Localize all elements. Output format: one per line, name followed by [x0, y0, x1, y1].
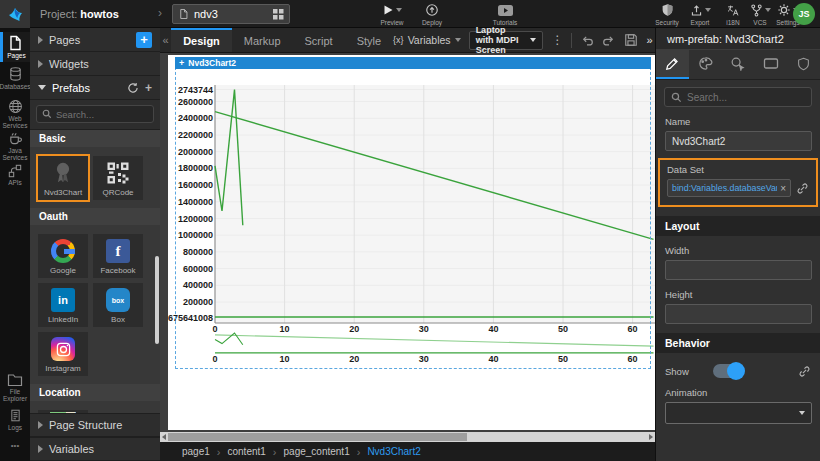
accordion-pages[interactable]: Pages +: [30, 28, 160, 52]
collapse-left-panel-button[interactable]: «: [160, 28, 171, 52]
collapse-right-panel-button[interactable]: »: [646, 34, 653, 46]
crumb-page-content1[interactable]: page_content1: [284, 446, 350, 457]
scroll-right-arrow[interactable]: [649, 434, 653, 440]
rail-more-button[interactable]: •••: [0, 441, 30, 450]
animation-select[interactable]: [665, 402, 812, 424]
name-input[interactable]: [665, 131, 812, 151]
prefab-linkedin[interactable]: in LinkedIn: [38, 283, 88, 327]
prefab-search-input[interactable]: [56, 109, 148, 120]
palette-icon: [698, 56, 713, 71]
deploy-button[interactable]: Deploy: [410, 3, 454, 26]
svg-text:2400000: 2400000: [178, 113, 213, 123]
user-avatar[interactable]: JS: [793, 3, 815, 25]
database-icon: [8, 66, 23, 82]
tab-events[interactable]: [722, 50, 755, 79]
inspector-tabs: [656, 50, 820, 80]
scrollbar-thumb[interactable]: [168, 433, 467, 441]
width-input[interactable]: [665, 260, 812, 280]
pencil-icon: [665, 57, 679, 71]
svg-text:1800000: 1800000: [178, 163, 213, 173]
undo-button[interactable]: [580, 34, 594, 47]
shield-outline-icon: [797, 57, 810, 71]
svg-text:2743744: 2743744: [178, 85, 213, 95]
bind-link-icon[interactable]: [798, 365, 811, 378]
open-page-tab[interactable]: ndv3: [172, 4, 290, 24]
accordion-variables[interactable]: Variables: [30, 437, 160, 461]
svg-text:600000: 600000: [183, 264, 213, 274]
horizontal-scrollbar[interactable]: [160, 432, 655, 442]
api-icon: [8, 164, 22, 178]
rail-item-file-explorer[interactable]: File Explorer: [0, 373, 30, 403]
tab-device[interactable]: [754, 50, 787, 79]
linkedin-logo-icon: in: [51, 288, 75, 312]
award-icon: [52, 161, 74, 185]
variables-button[interactable]: {x} Variables: [393, 34, 461, 46]
chevron-right-icon: [38, 60, 43, 68]
crumb-nvd3chart2[interactable]: Nvd3Chart2: [367, 446, 420, 457]
prefab-google[interactable]: Google: [38, 234, 88, 278]
widget-title: Nvd3Chart2: [188, 58, 236, 68]
svg-text:10: 10: [280, 324, 290, 334]
rail-item-logs[interactable]: Logs: [0, 408, 30, 431]
prefab-nvd3chart[interactable]: Nvd3Chart: [38, 156, 88, 200]
accordion-prefabs[interactable]: Prefabs +: [30, 76, 160, 100]
tab-styles[interactable]: [689, 50, 722, 79]
left-panel-scrollbar[interactable]: [155, 256, 159, 344]
preview-button[interactable]: Preview: [370, 3, 414, 26]
import-prefab-button[interactable]: +: [145, 81, 152, 95]
tab-script[interactable]: Script: [293, 28, 345, 52]
save-button[interactable]: [624, 33, 638, 47]
dataset-input[interactable]: bind:Variables.databaseVariable1.dataS ×: [667, 179, 791, 197]
rail-item-pages[interactable]: Pages: [0, 32, 30, 62]
height-input[interactable]: [665, 304, 812, 324]
app-logo[interactable]: [0, 0, 30, 28]
caret-down-icon: [396, 8, 402, 12]
refresh-icon[interactable]: [127, 82, 139, 94]
property-search: [664, 87, 812, 107]
design-canvas[interactable]: 2743744260000024000002200000200000018000…: [168, 55, 655, 430]
caret-down-icon: [455, 38, 461, 42]
more-options-button[interactable]: ⋮: [551, 33, 563, 47]
tutorials-button[interactable]: Tutorials: [483, 3, 527, 26]
scroll-left-arrow[interactable]: [162, 434, 166, 440]
play-icon: [382, 4, 394, 16]
crumb-page1[interactable]: page1: [182, 446, 210, 457]
property-search-input[interactable]: [687, 92, 805, 103]
dataset-label: Data Set: [667, 164, 809, 175]
add-page-button[interactable]: +: [136, 32, 152, 48]
animation-label: Animation: [665, 387, 811, 398]
prefab-instagram[interactable]: Instagram: [38, 332, 88, 376]
search-pointer-icon: [730, 56, 745, 71]
bind-link-icon[interactable]: [796, 182, 809, 195]
widget-header[interactable]: + Nvd3Chart2: [175, 57, 651, 69]
prefab-facebook[interactable]: f Facebook: [93, 234, 143, 278]
device-icon: [763, 57, 779, 70]
svg-text:200000: 200000: [183, 297, 213, 307]
device-selector[interactable]: Laptop with MDPI Screen: [469, 31, 544, 50]
export-icon: [690, 4, 703, 17]
prefab-qrcode[interactable]: QRCode: [93, 156, 143, 200]
tab-markup[interactable]: Markup: [232, 28, 293, 52]
crumb-content1[interactable]: content1: [227, 446, 265, 457]
tab-security[interactable]: [787, 50, 820, 79]
rail-item-java-services[interactable]: Java Services: [0, 131, 30, 162]
widget-breadcrumb: page1 › content1 › page_content1 › Nvd3C…: [160, 442, 655, 461]
prefab-group-location: Location: [30, 384, 160, 401]
show-toggle[interactable]: [713, 364, 743, 378]
tab-style[interactable]: Style: [345, 28, 393, 52]
accordion-page-structure[interactable]: Page Structure: [30, 413, 160, 437]
breadcrumb-chevron: ›: [158, 6, 162, 20]
tab-design[interactable]: Design: [171, 28, 232, 52]
search-icon: [42, 109, 52, 119]
svg-text:1200000: 1200000: [178, 214, 213, 224]
tab-properties[interactable]: [656, 50, 689, 79]
rail-item-web-services[interactable]: Web Services: [0, 99, 30, 130]
clear-binding-icon[interactable]: ×: [780, 183, 786, 194]
accordion-widgets[interactable]: Widgets: [30, 52, 160, 76]
prefab-box[interactable]: box Box: [93, 283, 143, 327]
rail-item-apis[interactable]: APIs: [0, 164, 30, 186]
svg-text:675641008: 675641008: [168, 313, 213, 323]
dashboard-grid-icon[interactable]: [273, 9, 284, 20]
rail-item-databases[interactable]: Databases: [0, 66, 30, 90]
redo-button[interactable]: [602, 34, 616, 47]
